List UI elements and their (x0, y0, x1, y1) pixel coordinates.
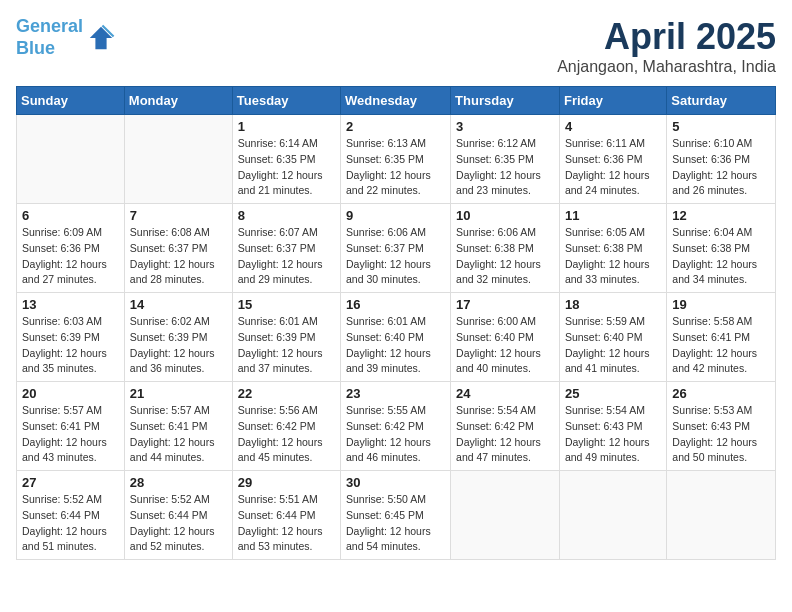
day-info: Sunrise: 6:14 AMSunset: 6:35 PMDaylight:… (238, 136, 335, 199)
weekday-header-row: SundayMondayTuesdayWednesdayThursdayFrid… (17, 87, 776, 115)
calendar-cell: 10Sunrise: 6:06 AMSunset: 6:38 PMDayligh… (451, 204, 560, 293)
day-number: 17 (456, 297, 554, 312)
day-info: Sunrise: 6:09 AMSunset: 6:36 PMDaylight:… (22, 225, 119, 288)
day-info: Sunrise: 6:12 AMSunset: 6:35 PMDaylight:… (456, 136, 554, 199)
weekday-header-sunday: Sunday (17, 87, 125, 115)
calendar-cell (667, 471, 776, 560)
day-info: Sunrise: 5:53 AMSunset: 6:43 PMDaylight:… (672, 403, 770, 466)
calendar-cell: 9Sunrise: 6:06 AMSunset: 6:37 PMDaylight… (341, 204, 451, 293)
day-number: 12 (672, 208, 770, 223)
calendar-cell: 29Sunrise: 5:51 AMSunset: 6:44 PMDayligh… (232, 471, 340, 560)
day-info: Sunrise: 5:56 AMSunset: 6:42 PMDaylight:… (238, 403, 335, 466)
day-number: 8 (238, 208, 335, 223)
calendar-cell: 14Sunrise: 6:02 AMSunset: 6:39 PMDayligh… (124, 293, 232, 382)
day-number: 13 (22, 297, 119, 312)
calendar-cell: 8Sunrise: 6:07 AMSunset: 6:37 PMDaylight… (232, 204, 340, 293)
day-number: 26 (672, 386, 770, 401)
week-row-3: 13Sunrise: 6:03 AMSunset: 6:39 PMDayligh… (17, 293, 776, 382)
calendar-cell: 30Sunrise: 5:50 AMSunset: 6:45 PMDayligh… (341, 471, 451, 560)
logo-text: GeneralBlue (16, 16, 83, 59)
weekday-header-friday: Friday (559, 87, 666, 115)
day-number: 27 (22, 475, 119, 490)
logo: GeneralBlue (16, 16, 115, 59)
day-info: Sunrise: 6:13 AMSunset: 6:35 PMDaylight:… (346, 136, 445, 199)
day-number: 1 (238, 119, 335, 134)
calendar-cell: 21Sunrise: 5:57 AMSunset: 6:41 PMDayligh… (124, 382, 232, 471)
week-row-1: 1Sunrise: 6:14 AMSunset: 6:35 PMDaylight… (17, 115, 776, 204)
day-number: 21 (130, 386, 227, 401)
weekday-header-monday: Monday (124, 87, 232, 115)
calendar-cell (124, 115, 232, 204)
day-info: Sunrise: 5:52 AMSunset: 6:44 PMDaylight:… (130, 492, 227, 555)
day-info: Sunrise: 5:58 AMSunset: 6:41 PMDaylight:… (672, 314, 770, 377)
day-number: 22 (238, 386, 335, 401)
day-info: Sunrise: 6:08 AMSunset: 6:37 PMDaylight:… (130, 225, 227, 288)
day-info: Sunrise: 5:51 AMSunset: 6:44 PMDaylight:… (238, 492, 335, 555)
day-info: Sunrise: 5:50 AMSunset: 6:45 PMDaylight:… (346, 492, 445, 555)
day-info: Sunrise: 6:06 AMSunset: 6:38 PMDaylight:… (456, 225, 554, 288)
day-number: 19 (672, 297, 770, 312)
calendar-table: SundayMondayTuesdayWednesdayThursdayFrid… (16, 86, 776, 560)
weekday-header-tuesday: Tuesday (232, 87, 340, 115)
calendar-cell: 17Sunrise: 6:00 AMSunset: 6:40 PMDayligh… (451, 293, 560, 382)
logo-icon (87, 24, 115, 52)
calendar-cell: 3Sunrise: 6:12 AMSunset: 6:35 PMDaylight… (451, 115, 560, 204)
day-info: Sunrise: 5:55 AMSunset: 6:42 PMDaylight:… (346, 403, 445, 466)
weekday-header-wednesday: Wednesday (341, 87, 451, 115)
calendar-cell: 13Sunrise: 6:03 AMSunset: 6:39 PMDayligh… (17, 293, 125, 382)
calendar-cell: 18Sunrise: 5:59 AMSunset: 6:40 PMDayligh… (559, 293, 666, 382)
day-number: 24 (456, 386, 554, 401)
day-number: 29 (238, 475, 335, 490)
title-block: April 2025 Anjangaon, Maharashtra, India (557, 16, 776, 76)
week-row-2: 6Sunrise: 6:09 AMSunset: 6:36 PMDaylight… (17, 204, 776, 293)
day-info: Sunrise: 6:00 AMSunset: 6:40 PMDaylight:… (456, 314, 554, 377)
day-number: 10 (456, 208, 554, 223)
day-info: Sunrise: 5:52 AMSunset: 6:44 PMDaylight:… (22, 492, 119, 555)
calendar-cell: 16Sunrise: 6:01 AMSunset: 6:40 PMDayligh… (341, 293, 451, 382)
day-info: Sunrise: 5:54 AMSunset: 6:43 PMDaylight:… (565, 403, 661, 466)
calendar-cell: 2Sunrise: 6:13 AMSunset: 6:35 PMDaylight… (341, 115, 451, 204)
calendar-cell: 6Sunrise: 6:09 AMSunset: 6:36 PMDaylight… (17, 204, 125, 293)
calendar-cell (17, 115, 125, 204)
day-info: Sunrise: 5:57 AMSunset: 6:41 PMDaylight:… (130, 403, 227, 466)
day-info: Sunrise: 5:57 AMSunset: 6:41 PMDaylight:… (22, 403, 119, 466)
header: GeneralBlue April 2025 Anjangaon, Mahara… (16, 16, 776, 76)
calendar-cell: 25Sunrise: 5:54 AMSunset: 6:43 PMDayligh… (559, 382, 666, 471)
day-number: 5 (672, 119, 770, 134)
week-row-5: 27Sunrise: 5:52 AMSunset: 6:44 PMDayligh… (17, 471, 776, 560)
calendar-cell: 4Sunrise: 6:11 AMSunset: 6:36 PMDaylight… (559, 115, 666, 204)
day-number: 23 (346, 386, 445, 401)
day-number: 3 (456, 119, 554, 134)
subtitle: Anjangaon, Maharashtra, India (557, 58, 776, 76)
day-info: Sunrise: 6:10 AMSunset: 6:36 PMDaylight:… (672, 136, 770, 199)
day-number: 25 (565, 386, 661, 401)
day-info: Sunrise: 6:04 AMSunset: 6:38 PMDaylight:… (672, 225, 770, 288)
calendar-cell: 12Sunrise: 6:04 AMSunset: 6:38 PMDayligh… (667, 204, 776, 293)
day-number: 15 (238, 297, 335, 312)
day-info: Sunrise: 6:02 AMSunset: 6:39 PMDaylight:… (130, 314, 227, 377)
day-number: 2 (346, 119, 445, 134)
calendar-cell: 5Sunrise: 6:10 AMSunset: 6:36 PMDaylight… (667, 115, 776, 204)
calendar-cell: 1Sunrise: 6:14 AMSunset: 6:35 PMDaylight… (232, 115, 340, 204)
calendar-cell: 19Sunrise: 5:58 AMSunset: 6:41 PMDayligh… (667, 293, 776, 382)
svg-marker-0 (90, 26, 112, 48)
day-info: Sunrise: 6:07 AMSunset: 6:37 PMDaylight:… (238, 225, 335, 288)
day-info: Sunrise: 6:01 AMSunset: 6:39 PMDaylight:… (238, 314, 335, 377)
day-info: Sunrise: 6:06 AMSunset: 6:37 PMDaylight:… (346, 225, 445, 288)
day-number: 11 (565, 208, 661, 223)
day-number: 9 (346, 208, 445, 223)
day-info: Sunrise: 5:59 AMSunset: 6:40 PMDaylight:… (565, 314, 661, 377)
day-info: Sunrise: 6:05 AMSunset: 6:38 PMDaylight:… (565, 225, 661, 288)
calendar-cell: 26Sunrise: 5:53 AMSunset: 6:43 PMDayligh… (667, 382, 776, 471)
day-number: 4 (565, 119, 661, 134)
day-number: 20 (22, 386, 119, 401)
calendar-cell: 28Sunrise: 5:52 AMSunset: 6:44 PMDayligh… (124, 471, 232, 560)
day-number: 18 (565, 297, 661, 312)
calendar-cell: 24Sunrise: 5:54 AMSunset: 6:42 PMDayligh… (451, 382, 560, 471)
calendar-cell: 22Sunrise: 5:56 AMSunset: 6:42 PMDayligh… (232, 382, 340, 471)
calendar-cell: 15Sunrise: 6:01 AMSunset: 6:39 PMDayligh… (232, 293, 340, 382)
day-number: 16 (346, 297, 445, 312)
weekday-header-saturday: Saturday (667, 87, 776, 115)
calendar-cell (451, 471, 560, 560)
calendar-cell: 27Sunrise: 5:52 AMSunset: 6:44 PMDayligh… (17, 471, 125, 560)
